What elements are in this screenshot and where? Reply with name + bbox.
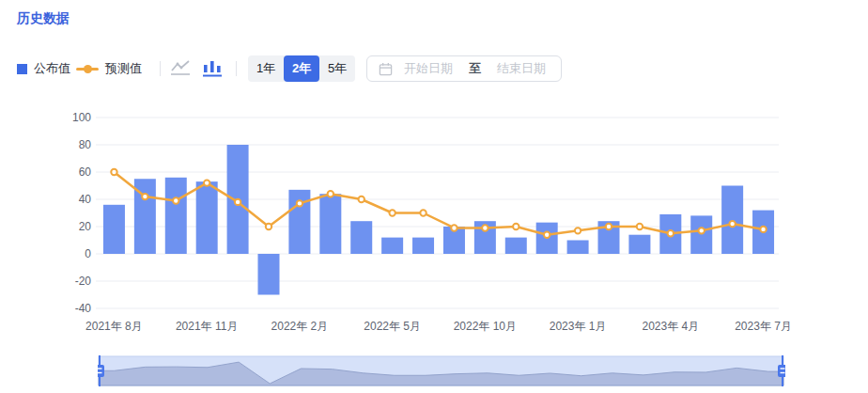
history-chart[interactable]: 100806040200-20-402021年 8月2021年 11月2022年… — [0, 108, 868, 338]
bar[interactable] — [196, 181, 218, 254]
bar[interactable] — [103, 205, 125, 254]
end-date-input[interactable]: 结束日期 — [497, 60, 546, 77]
x-tick-label: 2022年 10月 — [454, 320, 517, 333]
legend-label-published: 公布值 — [34, 60, 70, 77]
line-chart-icon — [169, 57, 192, 80]
bar-series-swatch-icon — [17, 64, 27, 74]
date-range-picker[interactable]: 开始日期 至 结束日期 — [366, 55, 562, 82]
line-point[interactable] — [482, 225, 488, 230]
line-point[interactable] — [637, 224, 643, 229]
line-point[interactable] — [235, 199, 240, 205]
range-button-1y[interactable]: 1年 — [248, 55, 284, 82]
x-tick-label: 2021年 8月 — [85, 320, 143, 333]
bar[interactable] — [381, 238, 403, 254]
x-tick-label: 2021年 11月 — [176, 320, 239, 333]
y-tick-label: 80 — [79, 138, 92, 151]
line-point[interactable] — [451, 225, 457, 230]
bar[interactable] — [258, 254, 280, 295]
bar[interactable] — [690, 215, 712, 254]
data-zoom-slider[interactable] — [98, 354, 785, 388]
legend-label-forecast: 预测值 — [105, 60, 142, 77]
bar[interactable] — [505, 238, 527, 254]
line-point[interactable] — [204, 180, 209, 185]
y-tick-label: -20 — [75, 275, 92, 288]
y-tick-label: -40 — [75, 302, 92, 315]
bar[interactable] — [288, 190, 310, 254]
line-point[interactable] — [729, 221, 735, 227]
x-tick-label: 2023年 1月 — [550, 320, 607, 333]
x-tick-label: 2022年 2月 — [271, 320, 329, 333]
line-point[interactable] — [111, 169, 116, 175]
x-tick-label: 2022年 5月 — [364, 320, 421, 333]
bar[interactable] — [412, 238, 434, 254]
line-series-swatch-icon — [76, 68, 99, 71]
line-point[interactable] — [699, 228, 705, 233]
date-separator: 至 — [469, 60, 481, 77]
line-point[interactable] — [173, 197, 178, 203]
line-point[interactable] — [420, 210, 426, 215]
x-tick-label: 2023年 4月 — [642, 320, 699, 333]
bar[interactable] — [628, 235, 650, 254]
bar[interactable] — [350, 221, 372, 254]
line-point[interactable] — [544, 232, 550, 238]
range-button-group: 1年 2年 5年 — [248, 55, 355, 82]
bar[interactable] — [319, 194, 341, 254]
line-point[interactable] — [359, 196, 364, 202]
page-title: 历史数据 — [17, 10, 70, 27]
y-tick-label: 20 — [79, 220, 92, 233]
line-point[interactable] — [513, 224, 519, 229]
slider-grip-right[interactable] — [778, 365, 785, 377]
legend-item-forecast[interactable]: 预测值 — [76, 55, 142, 83]
bar[interactable] — [567, 241, 589, 255]
line-point[interactable] — [575, 228, 581, 233]
legend-item-published[interactable]: 公布值 — [17, 55, 70, 83]
line-point[interactable] — [266, 224, 271, 229]
bar[interactable] — [165, 178, 187, 254]
bar-chart-toggle-button[interactable] — [201, 57, 224, 80]
divider — [236, 61, 237, 76]
line-point[interactable] — [328, 191, 333, 196]
line-point[interactable] — [142, 194, 147, 199]
calendar-icon — [379, 62, 393, 76]
line-point[interactable] — [389, 210, 395, 215]
y-tick-label: 40 — [79, 193, 92, 206]
divider — [160, 61, 161, 76]
slider-grip-left[interactable] — [98, 365, 104, 377]
x-tick-label: 2023年 7月 — [735, 320, 792, 333]
line-point[interactable] — [606, 224, 612, 229]
line-point[interactable] — [668, 230, 674, 236]
y-tick-label: 100 — [72, 111, 91, 124]
y-tick-label: 0 — [85, 247, 91, 260]
y-tick-label: 60 — [79, 165, 92, 179]
line-chart-toggle-button[interactable] — [169, 57, 192, 80]
chart-toolbar: 公布值 预测值 1年 2年 5年 开始日期 — [0, 55, 868, 83]
start-date-input[interactable]: 开始日期 — [404, 60, 453, 77]
range-button-2y[interactable]: 2年 — [284, 55, 319, 82]
bar[interactable] — [721, 186, 743, 255]
line-point[interactable] — [760, 227, 766, 232]
bar-chart-icon — [201, 57, 224, 80]
line-point[interactable] — [297, 200, 302, 206]
range-button-5y[interactable]: 5年 — [319, 55, 355, 82]
